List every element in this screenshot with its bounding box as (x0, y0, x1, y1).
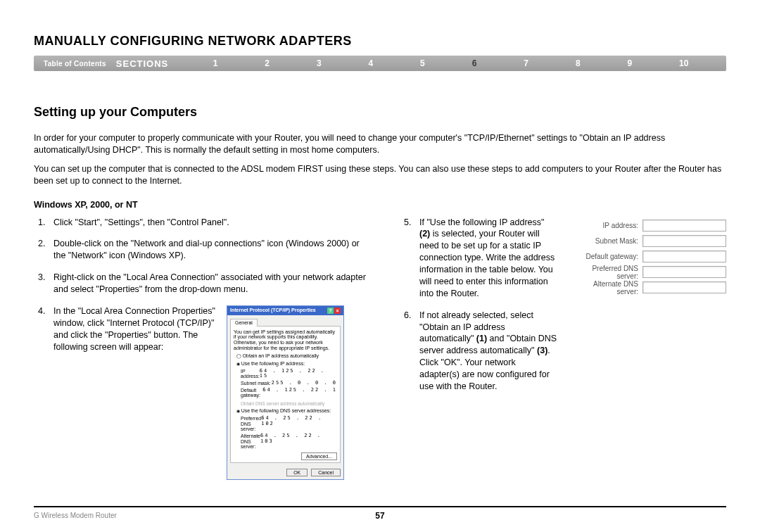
step-2: Double-click on the "Network and dial-up… (48, 238, 372, 262)
val-adns: 64 . 25 . 22 . 103 (260, 433, 337, 450)
radio-dns-auto: Obtain DNS server address automatically (241, 401, 337, 406)
advanced-button[interactable]: Advanced... (301, 452, 337, 460)
tbl-adns-input[interactable] (642, 281, 726, 293)
lbl-subnet: Subnet mask: (241, 381, 272, 386)
step-4-text: In the "Local Area Connection Properties… (53, 305, 215, 353)
radio-use-following[interactable]: Use the following IP address: (234, 361, 337, 367)
tbl-adns-label: Alternate DNS server: (571, 280, 642, 296)
section-link-6[interactable]: 6 (472, 58, 477, 68)
step-6: If not already selected, select "Obtain … (414, 310, 557, 393)
section-link-3[interactable]: 3 (317, 58, 322, 68)
tbl-pdns-label: Preferred DNS server: (571, 265, 642, 280)
section-numbers: 1 2 3 4 5 6 7 8 9 10 (189, 58, 726, 68)
val-gateway: 64 . 125 . 22 . 1 (262, 388, 337, 398)
os-heading: Windows XP, 2000, or NT (34, 200, 726, 210)
val-pdns: 64 . 25 . 22 . 102 (261, 416, 337, 432)
sections-label: SECTIONS (116, 58, 189, 69)
intro-text: In order for your computer to properly c… (34, 132, 726, 187)
footer-product: G Wireless Modem Router (34, 512, 117, 519)
page-number: 57 (375, 511, 384, 521)
section-link-4[interactable]: 4 (369, 58, 374, 68)
tbl-ip-input[interactable] (642, 220, 726, 232)
section-link-9[interactable]: 9 (627, 58, 632, 68)
section-link-5[interactable]: 5 (420, 58, 425, 68)
dialog-title: Internet Protocol (TCP/IP) Properties (230, 308, 316, 314)
cancel-button[interactable]: Cancel (311, 469, 341, 477)
tbl-gateway-input[interactable] (642, 251, 726, 262)
ip-entry-table: IP address: Subnet Mask: Default gateway… (571, 218, 726, 490)
radio-obtain-auto[interactable]: Obtain an IP address automatically (234, 353, 337, 359)
toc-link[interactable]: Table of Contents (34, 60, 116, 68)
intro-p1: In order for your computer to properly c… (34, 132, 726, 156)
step-3: Right-click on the "Local Area Connectio… (48, 272, 372, 296)
page-title: MANUALLY CONFIGURING NETWORK ADAPTERS (34, 34, 726, 49)
lbl-adns: Alternate DNS server: (241, 433, 260, 450)
tbl-gateway-label: Default gateway: (571, 253, 642, 260)
close-icon[interactable]: × (334, 308, 341, 314)
dialog-tab-general[interactable]: General (230, 319, 258, 327)
help-icon[interactable]: ? (327, 308, 334, 314)
lbl-gateway: Default gateway: (241, 388, 262, 398)
tbl-subnet-input[interactable] (642, 235, 726, 247)
section-link-1[interactable]: 1 (213, 58, 218, 68)
section-link-2[interactable]: 2 (265, 58, 270, 68)
lbl-pdns: Preferred DNS server: (241, 416, 261, 432)
tcpip-dialog: Internet Protocol (TCP/IP) Properties ?×… (227, 305, 344, 481)
lbl-ip: IP address: (241, 369, 260, 379)
step-4: In the "Local Area Connection Properties… (48, 305, 372, 481)
step-1: Click "Start", "Settings", then "Control… (48, 217, 372, 229)
ok-button[interactable]: OK (286, 469, 308, 477)
tbl-ip-label: IP address: (571, 222, 642, 229)
dialog-desc: You can get IP settings assigned automat… (234, 329, 337, 351)
intro-p2: You can set up the computer that is conn… (34, 163, 726, 187)
section-link-10[interactable]: 10 (679, 58, 688, 68)
step-5: If "Use the following IP address" (2) is… (414, 217, 557, 300)
radio-dns-following[interactable]: Use the following DNS server addresses: (234, 408, 337, 414)
page-footer: G Wireless Modem Router 57 (34, 506, 726, 519)
section-link-8[interactable]: 8 (576, 58, 581, 68)
section-nav: Table of Contents SECTIONS 1 2 3 4 5 6 7… (34, 56, 726, 71)
sub-heading: Setting up your Computers (34, 105, 726, 120)
tbl-subnet-label: Subnet Mask: (571, 237, 642, 245)
section-link-7[interactable]: 7 (524, 58, 528, 68)
tbl-pdns-input[interactable] (642, 266, 726, 278)
val-subnet: 255 . 0 . 0 . 0 (272, 381, 337, 386)
val-ip: 64 . 125 . 22 . 15 (260, 369, 337, 379)
